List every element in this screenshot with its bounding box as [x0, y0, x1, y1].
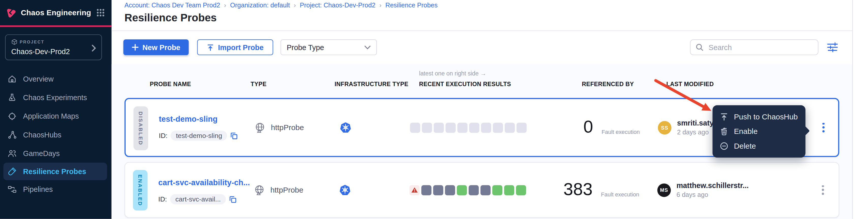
execution-result-tile-empty: [457, 122, 468, 133]
search-icon: [695, 43, 704, 51]
modified-date: 2 days ago: [677, 129, 709, 135]
copy-icon[interactable]: [230, 132, 238, 139]
sidebar-item-resilience-probes[interactable]: Resilience Probes: [3, 163, 107, 180]
import-probe-label: Import Probe: [218, 43, 264, 51]
globe-warning-icon: [253, 184, 266, 196]
import-probe-button[interactable]: Import Probe: [197, 39, 273, 55]
execution-result-tile-green: [504, 185, 514, 195]
referenced-by-unit: Fault execution: [601, 191, 639, 197]
column-header-infrastructure-type: INFRASTRUCTURE TYPE: [335, 81, 408, 87]
breadcrumb-project[interactable]: Project: Chaos-Dev-Prod2: [300, 2, 375, 9]
app-grid-icon[interactable]: [96, 8, 105, 17]
menu-item-label: Delete: [734, 142, 756, 150]
search-input[interactable]: [708, 42, 813, 52]
referenced-by-unit: Fault execution: [601, 129, 640, 135]
flask-icon: [7, 93, 17, 103]
trash-icon: [720, 127, 728, 135]
probe-type-dropdown[interactable]: Probe Type: [280, 39, 377, 55]
menu-item-label: Push to ChaosHub: [734, 112, 798, 121]
execution-result-tile-empty: [469, 122, 479, 133]
plus-icon: [132, 44, 138, 51]
brand-underline: [0, 25, 112, 27]
status-badge: ENABLED: [133, 170, 148, 211]
execution-result-tile-slate: [480, 185, 491, 195]
execution-result-tile-slate: [445, 185, 455, 195]
menu-item-enable[interactable]: Enable: [712, 124, 805, 138]
execution-result-tile-empty: [434, 122, 444, 133]
chevron-right-icon: [91, 44, 96, 52]
sidebar-item-label: ChaosHubs: [23, 131, 62, 139]
kubernetes-icon: [339, 184, 351, 196]
new-probe-label: New Probe: [143, 43, 180, 51]
menu-item-push-to-chaoshub[interactable]: Push to ChaosHub: [712, 109, 805, 124]
execution-result-tile-empty: [410, 122, 420, 133]
header-divider: [112, 30, 852, 31]
table-row-cart-svc-availability[interactable]: ENABLED cart-svc-availability-ch... ID: …: [125, 162, 839, 218]
execution-result-tile-green: [457, 185, 467, 195]
sidebar-nav: Overview Chaos Experiments Application M…: [0, 70, 112, 199]
probe-type-label: Probe Type: [287, 43, 365, 51]
row-context-menu: Push to ChaosHub Enable Delete: [712, 105, 805, 158]
scrollbar-gutter[interactable]: [852, 0, 868, 219]
execution-result-tile-empty: [422, 122, 432, 133]
project-label-row: PROJECT: [11, 39, 96, 45]
modified-by-name: matthew.schillerstr...: [677, 181, 749, 189]
sidebar-item-label: Resilience Probes: [23, 167, 86, 176]
execution-result-tile-empty: [493, 122, 503, 133]
new-probe-button[interactable]: New Probe: [123, 39, 189, 55]
breadcrumb-organization[interactable]: Organization: default: [230, 2, 290, 9]
menu-item-delete[interactable]: Delete: [712, 138, 805, 153]
filter-sliders-icon[interactable]: [827, 42, 838, 52]
column-header-probe-name: PROBE NAME: [150, 81, 191, 87]
column-header-last-modified: LAST MODIFIED: [666, 81, 714, 87]
sidebar-item-application-maps[interactable]: Application Maps: [0, 107, 112, 126]
brand-row: Chaos Engineering: [0, 0, 112, 25]
app-window: Chaos Engineering PROJECT Chaos-Dev-Prod…: [0, 0, 868, 219]
execution-results: [410, 185, 526, 195]
minus-circle-icon: [720, 142, 728, 150]
app-title: Chaos Engineering: [21, 8, 96, 17]
probe-id-value: cart-svc-avail...: [170, 194, 226, 204]
probe-type-text: httpProbe: [271, 123, 304, 132]
push-up-icon: [720, 112, 728, 121]
execution-result-tile-slate: [421, 185, 431, 195]
cube-icon: [11, 39, 17, 45]
execution-result-tile-green: [492, 185, 502, 195]
sidebar-item-chaoshubs[interactable]: ChaosHubs: [0, 126, 112, 144]
project-label: PROJECT: [20, 39, 44, 44]
execution-results: [410, 122, 527, 133]
breadcrumb-separator: ›: [379, 2, 381, 9]
breadcrumb-separator: ›: [294, 2, 296, 9]
target-icon: [7, 112, 17, 121]
breadcrumb-current[interactable]: Resilience Probes: [385, 2, 438, 9]
sidebar-item-label: GameDays: [23, 149, 60, 158]
probe-type-cell: httpProbe: [253, 184, 303, 196]
probe-type-text: httpProbe: [270, 186, 303, 194]
referenced-by-count: 383: [525, 179, 593, 199]
test-tube-icon: [7, 167, 17, 176]
chevron-down-icon: [364, 45, 370, 49]
column-header-referenced-by: REFERENCED BY: [582, 81, 634, 87]
row-actions-menu-button[interactable]: [820, 120, 827, 135]
menu-item-label: Enable: [734, 127, 758, 135]
copy-icon[interactable]: [229, 196, 237, 203]
sidebar-item-pipelines[interactable]: Pipelines: [0, 180, 112, 199]
sidebar-item-overview[interactable]: Overview: [0, 70, 112, 88]
breadcrumb: Account: Chaos Dev Team Prod2 › Organiza…: [125, 2, 438, 9]
execution-result-tile-empty: [505, 122, 515, 133]
sidebar-item-label: Pipelines: [23, 185, 53, 194]
referenced-by-count: 0: [526, 117, 593, 137]
sidebar-item-gamedays[interactable]: GameDays: [0, 144, 112, 163]
sidebar-item-chaos-experiments[interactable]: Chaos Experiments: [0, 88, 112, 107]
project-selector[interactable]: PROJECT Chaos-Dev-Prod2: [5, 34, 102, 60]
row-actions-menu-button[interactable]: [819, 183, 826, 197]
hub-icon: [7, 130, 17, 140]
breadcrumb-account[interactable]: Account: Chaos Dev Team Prod2: [125, 2, 220, 9]
avatar: SS: [658, 121, 672, 134]
home-icon: [7, 74, 17, 84]
results-order-note: latest one on right side →: [419, 70, 486, 77]
probe-name-link[interactable]: test-demo-sling: [159, 114, 218, 123]
probe-name-link[interactable]: cart-svc-availability-ch...: [158, 178, 250, 187]
status-badge: DISABLED: [133, 106, 148, 150]
sidebar: Chaos Engineering PROJECT Chaos-Dev-Prod…: [0, 0, 112, 219]
